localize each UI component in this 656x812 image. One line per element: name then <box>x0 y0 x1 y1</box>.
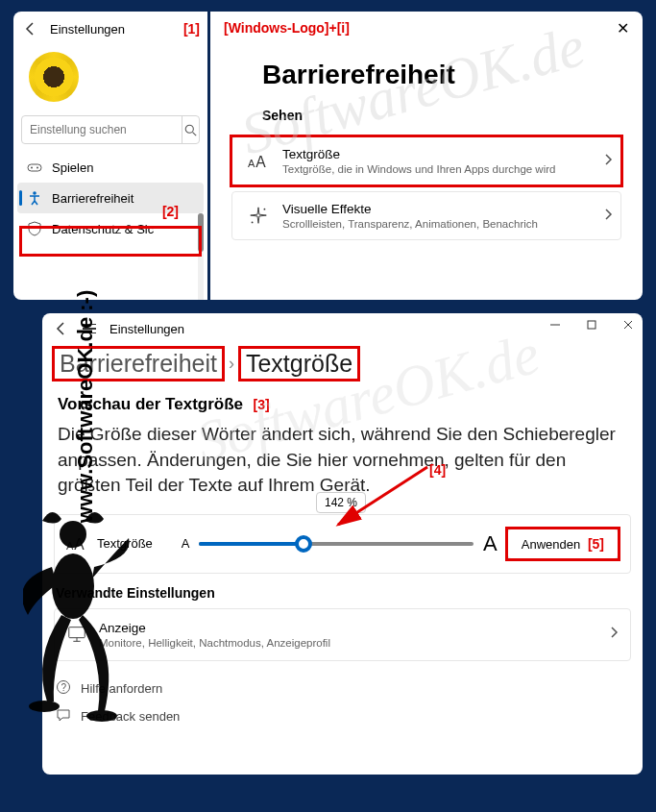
search-box[interactable] <box>21 115 200 144</box>
svg-text:?: ? <box>61 682 67 693</box>
back-button[interactable] <box>23 21 38 37</box>
card-title: Visuelle Effekte <box>282 202 590 216</box>
svg-rect-15 <box>588 321 595 329</box>
monitor-icon <box>66 624 87 645</box>
settings-window-text-size: Einstellungen Barrierefreiheit › Textgrö… <box>42 313 643 775</box>
card-title: Textgröße <box>282 147 590 161</box>
user-avatar[interactable] <box>29 52 79 102</box>
svg-point-9 <box>33 191 36 195</box>
card-desc: Monitore, Helligkeit, Nachtmodus, Anzeig… <box>99 637 597 649</box>
slider-value-tooltip: 142 % <box>316 492 366 513</box>
preview-body: Die Größe dieser Wörter ändert sich, wäh… <box>58 422 627 499</box>
get-help-link[interactable]: ? Hilfe anfordern <box>56 675 643 702</box>
slider-max-label: A <box>483 531 498 556</box>
help-icon: ? <box>56 679 71 698</box>
site-watermark-vertical: www.SoftwareOK.de :-) <box>73 289 98 522</box>
feedback-icon <box>56 707 71 726</box>
accessibility-icon <box>27 190 42 206</box>
search-input[interactable] <box>22 123 182 136</box>
svg-line-5 <box>193 132 197 135</box>
sidebar-label: Spielen <box>52 160 93 175</box>
svg-text:A: A <box>248 157 255 168</box>
maximize-button[interactable] <box>583 317 600 334</box>
text-size-icon: AA <box>66 533 87 554</box>
card-desc: Textgröße, die in Windows und Ihren Apps… <box>282 163 590 175</box>
svg-point-12 <box>264 208 266 209</box>
slider-min-label: A <box>182 536 190 551</box>
text-size-slider[interactable] <box>199 542 474 546</box>
back-button[interactable] <box>54 321 69 336</box>
minimize-button[interactable] <box>547 317 564 334</box>
card-desc: Scrollleisten, Transparenz, Animationen,… <box>282 218 590 230</box>
svg-point-8 <box>36 167 38 169</box>
settings-sidebar: Einstellungen [1] Spielen Barr <box>13 12 210 300</box>
search-icon[interactable] <box>182 116 199 143</box>
annotation-1: [1] <box>183 21 200 37</box>
app-title: Einstellungen <box>50 22 125 37</box>
svg-text:A: A <box>66 539 74 551</box>
svg-rect-19 <box>69 627 85 638</box>
app-title: Einstellungen <box>109 322 184 336</box>
annotation-2: [2] <box>162 204 179 219</box>
sidebar-scrollbar[interactable] <box>198 185 204 290</box>
sidebar-item-gaming[interactable]: Spielen <box>13 152 207 183</box>
related-heading: Verwandte Einstellungen <box>56 585 643 601</box>
svg-text:A: A <box>74 535 85 552</box>
settings-window-main: Einstellungen [1] Spielen Barr <box>13 12 643 300</box>
sidebar-label: Barrierefreiheit <box>52 191 134 206</box>
sidebar-label: Datenschutz & Sic <box>52 222 154 236</box>
close-icon[interactable]: ✕ <box>617 19 629 37</box>
feedback-link[interactable]: Feedback senden <box>56 702 643 730</box>
card-text-size[interactable]: AA Textgröße Textgröße, die in Windows u… <box>231 136 621 185</box>
annotation-4: [4] <box>429 462 446 478</box>
chevron-right-icon <box>603 153 613 170</box>
apply-button[interactable]: Anwenden [5] <box>507 529 619 559</box>
card-display[interactable]: Anzeige Monitore, Helligkeit, Nachtmodus… <box>54 608 631 661</box>
shield-icon <box>27 221 42 236</box>
breadcrumb-current: Textgröße <box>240 348 358 380</box>
gamepad-icon <box>27 160 42 175</box>
svg-rect-6 <box>28 164 41 171</box>
chevron-right-icon <box>609 626 619 643</box>
page-title: Barrierefreiheit <box>262 60 629 90</box>
annotation-box-breadcrumb <box>238 346 360 381</box>
settings-content-pane: [Windows-Logo]+[i] ✕ Barrierefreiheit Se… <box>210 12 643 300</box>
close-button[interactable] <box>620 317 637 334</box>
svg-point-13 <box>252 221 254 223</box>
chevron-right-icon <box>603 208 613 225</box>
slider-label: Textgröße <box>97 536 153 551</box>
text-size-slider-card: 142 % [4] AA Textgröße A A Anwenden <box>54 514 631 574</box>
breadcrumb: Barrierefreiheit › Textgröße <box>54 348 358 380</box>
keyboard-shortcut-label: [Windows-Logo]+[i] <box>224 20 350 36</box>
svg-text:A: A <box>255 153 266 169</box>
sparkle-icon <box>248 206 269 227</box>
svg-point-7 <box>31 167 33 169</box>
card-visual-effects[interactable]: Visuelle Effekte Scrollleisten, Transpar… <box>231 191 621 240</box>
card-title: Anzeige <box>99 621 597 635</box>
text-size-icon: AA <box>248 151 269 172</box>
chevron-right-icon: › <box>229 354 234 374</box>
annotation-box-5 <box>505 527 620 561</box>
svg-point-4 <box>185 125 193 133</box>
section-heading-see: Sehen <box>262 108 629 123</box>
slider-knob[interactable] <box>295 535 312 553</box>
annotation-3: [3] <box>253 397 269 412</box>
